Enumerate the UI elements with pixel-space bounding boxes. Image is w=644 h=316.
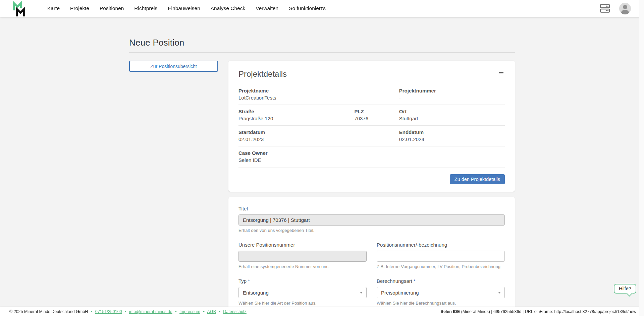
scrollbar[interactable]	[639, 0, 644, 316]
project-details-card: Projektdetails Projektname LotCreationTe…	[228, 61, 515, 192]
nav-item-verwalten[interactable]: Verwalten	[256, 5, 278, 11]
titel-helper: Erhält den von uns vorgegebenen Titel.	[238, 228, 505, 233]
berechnungsart-select-value: Preisoptimierung	[381, 290, 419, 296]
copyright-text: © 2025 Mineral Minds Deutschland GmbH	[9, 309, 88, 314]
typ-field: Typ* Entsorgung Wählen Sie hier die Art …	[238, 278, 367, 306]
table-row: Case Owner Selen IDE	[238, 146, 505, 167]
email-link[interactable]: info@mineral-minds.de	[129, 309, 172, 314]
project-details-table: Projektname LotCreationTests Projektnumm…	[238, 84, 505, 167]
back-to-positions-button[interactable]: Zur Positionsübersicht	[129, 61, 218, 72]
projektnummer-value: -	[399, 95, 505, 101]
go-to-project-details-button[interactable]: Zu den Projektdetails	[450, 174, 505, 184]
nav-item-einbauweisen[interactable]: Einbauweisen	[168, 5, 200, 11]
titel-input	[238, 214, 505, 226]
footer-left: © 2025 Mineral Minds Deutschland GmbH • …	[9, 309, 247, 314]
projektname-label: Projektname	[238, 88, 354, 93]
user-avatar[interactable]	[619, 2, 631, 15]
unsere-positionsnummer-input	[238, 251, 367, 262]
startdatum-label: Startdatum	[238, 129, 354, 135]
ort-value: Stuttgart	[399, 116, 505, 121]
main-content: Neue Position Zur Positionsübersicht Pro…	[129, 0, 515, 316]
separator-dot: •	[203, 309, 204, 314]
separator-dot: •	[219, 309, 220, 314]
phone-link[interactable]: 07151/250100	[95, 309, 122, 314]
positionsnummer-helper: Z.B. Interne-Vorgangsnummer, LV-Position…	[377, 264, 505, 269]
berechnungsart-select[interactable]: Preisoptimierung	[377, 287, 505, 298]
nav-item-karte[interactable]: Karte	[47, 5, 60, 11]
strasse-label: Straße	[238, 109, 354, 114]
nav-item-analyse-check[interactable]: Analyse Check	[211, 5, 245, 11]
case-owner-value: Selen IDE	[238, 157, 354, 163]
berechnungsart-helper: Wählen Sie hier die Berechnungsart aus.	[377, 301, 505, 306]
typ-select[interactable]: Entsorgung	[238, 287, 367, 298]
server-stack-icon[interactable]	[600, 4, 610, 13]
title-divider	[129, 52, 515, 53]
projektname-value: LotCreationTests	[238, 95, 354, 101]
table-row: Straße Pragstraße 120 PLZ 70376 Ort Stut…	[238, 105, 505, 125]
footer: © 2025 Mineral Minds Deutschland GmbH • …	[0, 307, 644, 316]
nav-item-projekte[interactable]: Projekte	[70, 5, 89, 11]
nav-item-so-funktionierts[interactable]: So funktioniert's	[289, 5, 326, 11]
typ-select-value: Entsorgung	[243, 290, 269, 296]
separator-dot: •	[175, 309, 176, 314]
titel-field: Titel Erhält den von uns vorgegebenen Ti…	[238, 206, 505, 233]
right-column: Projektdetails Projektname LotCreationTe…	[228, 61, 515, 316]
positionsnummer-field: Positionsnummer/-bezeichnung Z.B. Intern…	[377, 242, 505, 269]
positionsnummer-label: Positionsnummer/-bezeichnung	[377, 242, 505, 248]
startdatum-value: 02.01.2023	[238, 136, 354, 142]
typ-label: Typ*	[238, 278, 367, 284]
chevron-down-icon	[498, 292, 501, 294]
berechnungsart-label: Berechnungsart*	[377, 278, 505, 284]
agb-link[interactable]: AGB	[207, 309, 216, 314]
datenschutz-link[interactable]: Datenschutz	[223, 309, 246, 314]
chevron-down-icon	[360, 292, 363, 294]
plz-label: PLZ	[354, 109, 399, 114]
unsere-positionsnummer-helper: Erhält eine systemgenerierte Nummer von …	[238, 264, 367, 269]
mineral-minds-logo-icon[interactable]	[12, 1, 29, 16]
strasse-value: Pragstraße 120	[238, 116, 354, 121]
session-details: (Mineral Minds) | 69576255536d | URL of …	[460, 309, 636, 314]
typ-helper: Wählen Sie hier die Art der Position aus…	[238, 301, 367, 306]
separator-dot: •	[91, 309, 92, 314]
session-user: Selen IDE	[441, 309, 460, 314]
nav-item-positionen[interactable]: Positionen	[100, 5, 124, 11]
enddatum-value: 02.01.2024	[399, 136, 505, 142]
table-row: Startdatum 02.01.2023 Enddatum 02.01.202…	[238, 125, 505, 146]
impressum-link[interactable]: Impressum	[179, 309, 200, 314]
required-marker: *	[414, 278, 415, 284]
positionsnummer-input[interactable]	[377, 251, 505, 262]
plz-value: 70376	[354, 116, 399, 121]
separator-dot: •	[125, 309, 126, 314]
session-info: Selen IDE (Mineral Minds) | 69576255536d…	[441, 309, 636, 314]
required-marker: *	[248, 278, 250, 284]
main-nav: Karte Projekte Positionen Richtpreis Ein…	[47, 5, 326, 11]
case-owner-label: Case Owner	[238, 150, 354, 156]
left-column: Zur Positionsübersicht	[129, 61, 218, 72]
top-navbar: Karte Projekte Positionen Richtpreis Ein…	[0, 0, 644, 17]
collapse-card-button[interactable]	[498, 69, 505, 76]
unsere-positionsnummer-field: Unsere Positionsnummer Erhält eine syste…	[238, 242, 367, 269]
nav-item-richtpreis[interactable]: Richtpreis	[134, 5, 157, 11]
project-card-title: Projektdetails	[238, 69, 287, 79]
ort-label: Ort	[399, 109, 505, 114]
berechnungsart-field: Berechnungsart* Preisoptimierung Wählen …	[377, 278, 505, 306]
unsere-positionsnummer-label: Unsere Positionsnummer	[238, 242, 367, 248]
new-position-form-card: Titel Erhält den von uns vorgegebenen Ti…	[228, 197, 515, 316]
enddatum-label: Enddatum	[399, 129, 505, 135]
projektnummer-label: Projektnummer	[399, 88, 505, 93]
page-title: Neue Position	[129, 38, 515, 48]
table-row: Projektname LotCreationTests Projektnumm…	[238, 84, 505, 105]
titel-label: Titel	[238, 206, 505, 211]
minus-icon	[499, 72, 503, 73]
help-button[interactable]: Hilfe?	[614, 284, 636, 294]
